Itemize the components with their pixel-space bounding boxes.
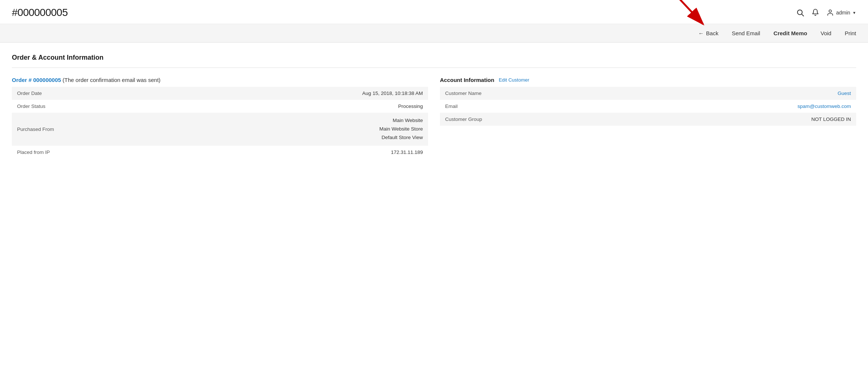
user-menu[interactable]: admin ▼ [826, 9, 856, 16]
svg-line-1 [802, 14, 804, 16]
row-label: Customer Group [440, 113, 606, 126]
search-button[interactable] [796, 9, 804, 17]
username-label: admin [836, 10, 850, 16]
notification-button[interactable] [812, 9, 819, 17]
row-value: 172.31.11.189 [178, 146, 428, 159]
user-icon [826, 9, 834, 16]
table-row: Emailspam@customweb.com [440, 100, 856, 113]
account-info-table: Customer NameGuestEmailspam@customweb.co… [440, 87, 856, 126]
row-value: Main WebsiteMain Website StoreDefault St… [178, 113, 428, 146]
back-button[interactable]: ← Back [698, 29, 718, 38]
account-info-panel: Account Information Edit Customer Custom… [440, 77, 856, 159]
bell-icon [812, 9, 819, 17]
section-divider [12, 67, 856, 68]
order-panel-header: Order # 000000005 (The order confirmatio… [12, 77, 428, 83]
row-value: NOT LOGGED IN [606, 113, 856, 126]
void-button[interactable]: Void [821, 29, 831, 38]
row-label: Email [440, 100, 606, 113]
row-value: Aug 15, 2018, 10:18:38 AM [178, 87, 428, 100]
action-bar: ← Back Send Email Credit Memo Void Print [0, 24, 868, 43]
section-title: Order & Account Information [12, 54, 856, 62]
row-value: Guest [606, 87, 856, 100]
table-row: Order StatusProcessing [12, 100, 428, 113]
search-icon [796, 9, 804, 17]
page-title: #000000005 [12, 7, 68, 19]
row-value: Processing [178, 100, 428, 113]
svg-point-2 [829, 10, 832, 13]
print-button[interactable]: Print [845, 29, 856, 38]
table-row: Customer GroupNOT LOGGED IN [440, 113, 856, 126]
back-arrow-icon: ← [698, 30, 704, 36]
edit-customer-link[interactable]: Edit Customer [499, 77, 529, 83]
row-label: Purchased From [12, 113, 178, 146]
send-email-button[interactable]: Send Email [732, 29, 760, 38]
row-label: Customer Name [440, 87, 606, 100]
row-label: Placed from IP [12, 146, 178, 159]
dropdown-arrow-icon: ▼ [852, 11, 856, 15]
order-number-link[interactable]: Order # 000000005 [12, 77, 61, 83]
table-row: Purchased FromMain WebsiteMain Website S… [12, 113, 428, 146]
credit-memo-button[interactable]: Credit Memo [773, 29, 807, 38]
row-label: Order Status [12, 100, 178, 113]
table-row: Placed from IP172.31.11.189 [12, 146, 428, 159]
header: #000000005 admin ▼ [0, 0, 868, 24]
header-actions: admin ▼ [796, 9, 856, 17]
row-label: Order Date [12, 87, 178, 100]
content-area: Order & Account Information Order # 0000… [0, 43, 868, 170]
order-info-panel: Order # 000000005 (The order confirmatio… [12, 77, 428, 159]
row-value: spam@customweb.com [606, 100, 856, 113]
table-row: Customer NameGuest [440, 87, 856, 100]
table-row: Order DateAug 15, 2018, 10:18:38 AM [12, 87, 428, 100]
info-columns: Order # 000000005 (The order confirmatio… [12, 77, 856, 159]
order-confirmation-text: (The order confirmation email was sent) [63, 77, 160, 83]
account-panel-header: Account Information Edit Customer [440, 77, 856, 83]
order-info-table: Order DateAug 15, 2018, 10:18:38 AMOrder… [12, 87, 428, 159]
